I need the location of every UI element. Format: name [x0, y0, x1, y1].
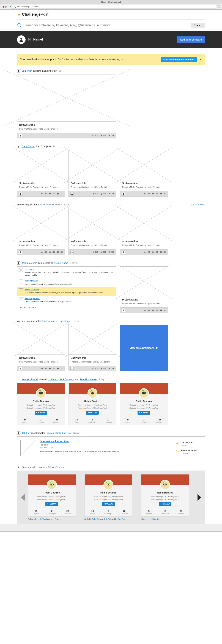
user-link[interactable]: Tracy Jordan [22, 145, 35, 148]
project-card[interactable]: Software title Pharetra Mollis Consectet… [120, 208, 168, 255]
view-more-link[interactable]: View more [55, 466, 66, 468]
user-link[interactable]: Liz Lemon [47, 378, 58, 381]
user-avatar [36, 388, 46, 398]
comment-avatar[interactable] [19, 297, 23, 301]
skill-link[interactable]: C# [97, 518, 99, 520]
user-link[interactable]: Jenna Maroney [22, 262, 38, 264]
hackathon-link[interactable]: Super Awesome Hackathon [41, 320, 70, 322]
browser-search-icon: 🔍 [13, 5, 16, 8]
comment-avatar[interactable] [19, 288, 23, 292]
comment-input[interactable] [17, 305, 116, 310]
browser-reload-icon[interactable]: ⟳ [9, 6, 11, 8]
user-avatar-icon[interactable] [17, 432, 20, 435]
project-card[interactable]: Software title Pharetra Mollis Consectet… [68, 325, 116, 372]
hackathon-link[interactable]: Greatest Hackathon Evar [46, 432, 71, 434]
svg-point-19 [72, 368, 72, 368]
card-author-icon[interactable] [19, 250, 22, 254]
user-card[interactable]: Robin Boutros Rails developer at Challen… [141, 474, 189, 516]
user-link[interactable]: Pete Hornberger [80, 378, 97, 381]
user-link[interactable]: J.D. Lutz [22, 432, 31, 434]
event-link[interactable]: HackNY [152, 518, 159, 520]
user-link[interactable]: Kenneth Parcell [22, 378, 38, 381]
likes-stat: 100 [49, 251, 55, 254]
project-card[interactable]: Project Name Pharetra Mollis Consectetur… [120, 266, 168, 313]
user-card[interactable]: Robin Boutros Rails developer at Challen… [84, 474, 132, 516]
follow-button[interactable]: + FOLLOW [86, 411, 99, 414]
user-link[interactable]: Neal Shyam [51, 518, 60, 520]
card-author-icon[interactable] [19, 367, 22, 370]
follow-button[interactable]: + FOLLOW [102, 502, 115, 506]
project-card[interactable]: Software title Pharetra Mollis Consectet… [17, 74, 116, 138]
follow-button[interactable]: + FOLLOW [35, 411, 47, 414]
user-avatar-icon[interactable] [17, 378, 20, 381]
carousel-prev-icon[interactable] [21, 494, 25, 500]
comment-user-link[interactable]: Jenna Maroney [25, 288, 103, 291]
comment-avatar[interactable] [19, 268, 23, 272]
comment-user-link[interactable]: Liz Lemon [25, 268, 114, 271]
add-software-button[interactable]: Add your software [177, 36, 205, 43]
user-link[interactable]: Clay Fox [118, 518, 125, 520]
card-author-icon[interactable] [122, 309, 125, 312]
view-all-submissions-button[interactable]: View all submisisons [120, 325, 168, 372]
project-card[interactable]: Software title Pharetra Mollis Consectet… [17, 208, 65, 255]
card-author-icon[interactable] [70, 367, 74, 370]
browser-forward-icon[interactable]: ▶ [5, 6, 8, 8]
comment-user-link[interactable]: Jack Donaghy [25, 280, 72, 282]
hackathon-title[interactable]: Greatest Hackathon Evar [40, 440, 70, 443]
likes-stat: 100 [100, 192, 106, 195]
user-card[interactable]: Robin Boutros Rails developer at Challen… [17, 383, 65, 425]
views-stat: 100 [144, 192, 150, 195]
card-title: Project Name [122, 298, 166, 302]
close-icon[interactable]: ✕ [200, 58, 202, 62]
user-link[interactable]: Jack Donaghy [59, 378, 74, 381]
svg-point-13 [20, 252, 21, 252]
user-avatar[interactable] [17, 35, 25, 44]
follow-button[interactable]: + FOLLOW [45, 502, 58, 506]
card-subtitle: Pharetra Mollis Consectetur Ligula Partu… [71, 360, 114, 363]
project-card[interactable]: Software title Pharetra Mollis Consectet… [17, 325, 65, 372]
site-logo[interactable]: ChallengePost [17, 12, 205, 17]
user-card[interactable]: Robin Boutros Rails developer at Challen… [68, 383, 116, 425]
project-card[interactable]: Software title Pharetra Mollis Consectet… [68, 208, 116, 255]
project-card[interactable]: Software title Pharetra Mollis Consectet… [68, 150, 116, 197]
time-text: · 5h [58, 70, 62, 72]
user-avatar-icon[interactable] [17, 145, 20, 148]
find-hackers-button[interactable]: Find more hackers to follow [161, 57, 197, 62]
card-author-icon[interactable] [122, 250, 125, 254]
skill-link[interactable]: iOS [104, 518, 107, 520]
user-link[interactable]: Liz Lemon [22, 70, 32, 72]
card-author-icon[interactable] [19, 134, 22, 137]
user-link[interactable]: Holly Tiwari [38, 518, 47, 520]
svg-marker-3 [19, 14, 20, 14]
card-author-icon[interactable] [19, 192, 22, 196]
card-subtitle: Pharetra Mollis Consectetur Ligula Partu… [122, 244, 166, 247]
search-input[interactable] [23, 24, 189, 27]
browser-back-icon[interactable]: ◀ [1, 6, 4, 8]
projects-stat: 14Projects [120, 417, 136, 425]
follow-button[interactable]: + FOLLOW [159, 502, 171, 506]
user-card[interactable]: Robin Boutros Rails developer at Challen… [28, 474, 76, 516]
skill-link[interactable]: Ruby [92, 518, 96, 520]
project-image [69, 325, 116, 355]
project-link[interactable]: Project Name [54, 262, 68, 264]
comment-avatar[interactable] [19, 280, 23, 284]
svg-point-6 [20, 38, 22, 40]
card-author-icon[interactable] [122, 192, 125, 196]
see-all-link[interactable]: See all projects [191, 203, 205, 206]
user-avatar-icon[interactable] [17, 262, 20, 264]
browser-url-bar[interactable]: 🔍 http://challengepost.com/ [12, 5, 216, 8]
views-stat: 100 [92, 367, 98, 370]
card-author-icon[interactable] [70, 192, 74, 196]
project-card[interactable]: Software title Pharetra Mollis Consectet… [17, 150, 65, 197]
comment-user-link[interactable]: James Spurlock [25, 297, 72, 300]
gallery-link[interactable]: Ruby on Rails [40, 203, 54, 206]
user-avatar-icon[interactable] [17, 69, 20, 72]
card-title: Software title [71, 356, 114, 360]
follow-button[interactable]: + FOLLOW [138, 411, 150, 414]
card-author-icon[interactable] [70, 250, 74, 254]
user-card[interactable]: Robin Boutros Rails developer at Challen… [120, 383, 168, 425]
browser-menu-icon[interactable] [217, 6, 221, 8]
filters-button[interactable]: Filters [191, 23, 205, 28]
carousel-next-icon[interactable] [198, 494, 202, 500]
project-card[interactable]: Software title Pharetra Mollis Consectet… [120, 150, 168, 197]
